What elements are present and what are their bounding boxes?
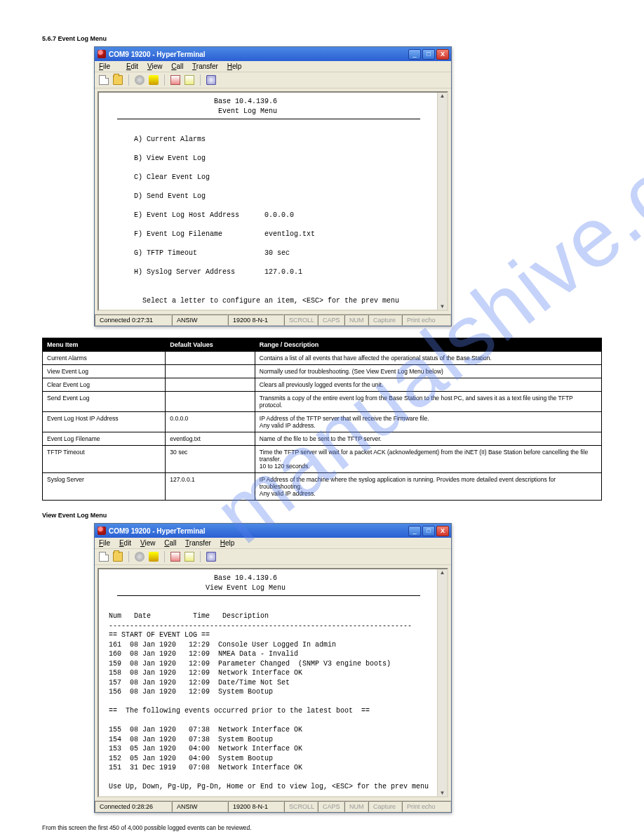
toolbar-separator <box>164 74 165 86</box>
menu-transfer[interactable]: Transfer <box>185 539 211 547</box>
cell-menu-item: View Event Log <box>43 365 166 378</box>
status-scroll: SCROLL <box>284 801 318 812</box>
receive-icon[interactable] <box>185 552 194 562</box>
window-title: COM9 19200 - HyperTerminal <box>109 527 206 535</box>
status-bar: Connected 0:28:26 ANSIW 19200 8-N-1 SCRO… <box>95 800 451 812</box>
status-capture: Capture <box>368 315 402 326</box>
maximize-button[interactable]: □ <box>422 49 435 60</box>
send-icon[interactable] <box>170 552 180 562</box>
status-num: NUM <box>344 801 368 812</box>
minimize-button[interactable]: _ <box>408 526 421 536</box>
disconnect-icon[interactable] <box>149 552 159 562</box>
terminal-area[interactable]: ▲▼ Base 10.4.139.6 Event Log Menu A) Cur… <box>98 91 448 311</box>
table-row: Event Log Filenameeventlog.txtName of th… <box>43 432 602 446</box>
menu-file[interactable]: File <box>99 539 110 547</box>
open-icon[interactable] <box>113 75 123 85</box>
scrollbar[interactable]: ▲▼ <box>437 569 447 796</box>
cell-default <box>166 365 255 378</box>
cell-default: eventlog.txt <box>166 432 255 446</box>
section-heading-1: 5.6.7 Event Log Menu <box>42 35 602 42</box>
menu-help[interactable]: Help <box>227 62 242 70</box>
title-bar[interactable]: COM9 19200 - HyperTerminal _ □ X <box>95 524 451 538</box>
cell-menu-item: TFTP Timeout <box>43 446 166 473</box>
status-emulation: ANSIW <box>172 315 228 326</box>
receive-icon[interactable] <box>185 75 194 85</box>
menu-call[interactable]: Call <box>164 539 176 547</box>
table-row: Current AlarmsContains a list of all eve… <box>43 352 602 365</box>
properties-icon[interactable] <box>206 75 216 85</box>
table-row: Send Event LogTransmits a copy of the en… <box>43 392 602 412</box>
cell-default <box>166 378 255 392</box>
disconnect-icon[interactable] <box>149 75 159 85</box>
col-menu-item: Menu Item <box>43 338 166 352</box>
table-row: Syslog Server127.0.0.1IP Address of the … <box>43 473 602 501</box>
maximize-button[interactable]: □ <box>422 526 435 536</box>
table-row: TFTP Timeout30 secTime the TFTP server w… <box>43 446 602 473</box>
col-default: Default Values <box>166 338 255 352</box>
cell-menu-item: Send Event Log <box>43 392 166 412</box>
status-port: 19200 8-N-1 <box>228 315 284 326</box>
scrollbar[interactable]: ▲▼ <box>437 93 447 310</box>
menu-edit[interactable]: Edit <box>119 539 131 547</box>
table-row: Clear Event LogClears all previously log… <box>43 378 602 392</box>
open-icon[interactable] <box>113 552 123 562</box>
status-echo: Print echo <box>402 315 451 326</box>
toolbar <box>95 72 451 88</box>
terminal-text: Base 10.4.139.6 Event Log Menu A) Curren… <box>105 97 443 305</box>
hyperterminal-window-1: COM9 19200 - HyperTerminal _ □ X File Ed… <box>94 46 452 326</box>
toolbar-separator <box>200 74 201 86</box>
menu-view[interactable]: View <box>147 62 163 70</box>
menu-transfer[interactable]: Transfer <box>192 62 218 70</box>
cell-default: 30 sec <box>166 446 255 473</box>
new-icon[interactable] <box>99 552 109 562</box>
status-bar: Connected 0:27:31 ANSIW 19200 8-N-1 SCRO… <box>95 314 451 326</box>
table-row: Event Log Host IP Address0.0.0.0IP Addre… <box>43 412 602 432</box>
new-icon[interactable] <box>99 75 109 85</box>
menu-view[interactable]: View <box>140 539 156 547</box>
cell-desc: Normally used for troubleshooting. (See … <box>255 365 601 378</box>
hyperterminal-window-2: COM9 19200 - HyperTerminal _ □ X File Ed… <box>94 523 452 813</box>
close-button[interactable]: X <box>436 49 449 60</box>
status-port: 19200 8-N-1 <box>228 801 284 812</box>
cell-desc: IP Address of the TFTP server that will … <box>255 412 601 432</box>
properties-icon[interactable] <box>206 552 216 562</box>
status-scroll: SCROLL <box>284 315 318 326</box>
cell-menu-item: Current Alarms <box>43 352 166 365</box>
menu-call[interactable]: Call <box>171 62 183 70</box>
minimize-button[interactable]: _ <box>408 49 421 60</box>
cell-desc: Clears all previously logged events for … <box>255 378 601 392</box>
app-icon <box>98 527 106 535</box>
toolbar <box>95 549 451 565</box>
menu-file[interactable]: File <box>99 62 117 70</box>
cell-desc: Transmits a copy of the entire event log… <box>255 392 601 412</box>
col-range: Range / Description <box>255 338 601 352</box>
close-button[interactable]: X <box>436 526 449 536</box>
status-connection: Connected 0:28:26 <box>95 801 172 812</box>
menu-bar: File Edit View Call Transfer Help <box>95 538 451 549</box>
toolbar-separator <box>200 551 201 562</box>
cell-desc: Name of the file to be sent to the TFTP … <box>255 432 601 446</box>
cell-default <box>166 352 255 365</box>
status-connection: Connected 0:27:31 <box>95 315 172 326</box>
spec-table: Menu Item Default Values Range / Descrip… <box>42 338 602 501</box>
call-icon[interactable] <box>135 552 145 562</box>
title-bar[interactable]: COM9 19200 - HyperTerminal _ □ X <box>95 47 451 61</box>
status-echo: Print echo <box>402 801 451 812</box>
menu-edit[interactable]: Edit <box>126 62 138 70</box>
cell-default <box>166 392 255 412</box>
status-emulation: ANSIW <box>172 801 228 812</box>
toolbar-separator <box>128 551 129 562</box>
cell-desc: Time the TFTP server will wait for a pac… <box>255 446 601 473</box>
status-caps: CAPS <box>318 315 344 326</box>
call-icon[interactable] <box>135 75 145 85</box>
send-icon[interactable] <box>170 75 180 85</box>
footer-note: From this screen the first 450 of 4,000 … <box>42 824 602 831</box>
cell-default: 0.0.0.0 <box>166 412 255 432</box>
table-row: View Event LogNormally used for troubles… <box>43 365 602 378</box>
section-heading-2: View Event Log Menu <box>42 512 602 519</box>
terminal-text: Base 10.4.139.6 View Event Log Menu Num … <box>105 574 443 792</box>
terminal-area[interactable]: ▲▼ Base 10.4.139.6 View Event Log Menu N… <box>98 568 448 797</box>
status-caps: CAPS <box>318 801 344 812</box>
menu-help[interactable]: Help <box>220 539 235 547</box>
window-title: COM9 19200 - HyperTerminal <box>109 51 206 58</box>
